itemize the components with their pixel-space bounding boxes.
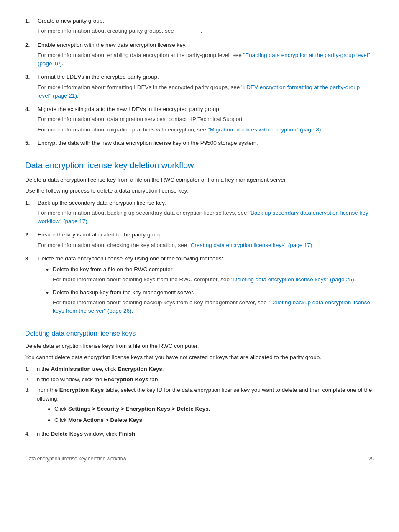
section1-main-1: Back up the secondary data encryption li… xyxy=(38,199,374,207)
bold-finish: Finish xyxy=(119,431,136,437)
intro-main-1: Create a new parity group. xyxy=(38,17,374,25)
intro-num-4: 4. xyxy=(25,105,38,136)
intro-main-4: Migrate the existing data to the new LDE… xyxy=(38,105,374,113)
section1-bullet-1-main: Delete the key from a file on the RWC co… xyxy=(53,265,356,274)
bold-administration: Administration xyxy=(51,366,91,372)
section1-item-2: 2. Ensure the key is not allocated to th… xyxy=(25,231,374,251)
link-backup-workflow[interactable]: "Back up secondary data encryption licen… xyxy=(38,210,368,224)
link-deleting-keys[interactable]: "Deleting data encryption license keys" … xyxy=(231,276,354,283)
section1-num-1: 1. xyxy=(25,199,38,228)
section2-bullet-list: • Click Settings > Security > Encryption… xyxy=(35,405,374,426)
bold-encryption-keys-table: Encryption Keys xyxy=(59,387,104,393)
intro-item-1: 1. Create a new parity group. For more i… xyxy=(25,17,374,38)
section2-intro1: Delete data encryption license keys from… xyxy=(25,342,374,350)
section2-item-4: 4. In the Delete Keys window, click Fini… xyxy=(25,430,374,438)
section2-bullet-1-content: Click Settings > Security > Encryption K… xyxy=(54,405,210,413)
blank-placeholder xyxy=(175,27,200,36)
section1-bullet-2-main: Delete the backup key from the key manag… xyxy=(53,288,374,297)
intro-item-4: 4. Migrate the existing data to the new … xyxy=(25,105,374,136)
bold-delete-keys: Delete Keys xyxy=(51,431,83,437)
section2-item-3: 3. From the Encryption Keys table, selec… xyxy=(25,386,374,427)
intro-content-3: Format the LDEVs in the encrypted parity… xyxy=(38,73,374,102)
intro-main-3: Format the LDEVs in the encrypted parity… xyxy=(38,73,374,81)
intro-num-5: 5. xyxy=(25,139,38,149)
section2-content-2: In the top window, click the Encryption … xyxy=(35,375,159,384)
intro-note-3: For more information about formatting LD… xyxy=(38,83,374,100)
intro-item-2: 2. Enable encryption with the new data e… xyxy=(25,41,374,70)
section2-bullet-2: • Click More Actions > Delete Keys. xyxy=(48,416,374,426)
section1-content-1: Back up the secondary data encryption li… xyxy=(38,199,374,228)
section2-num-3: 3. xyxy=(25,386,35,427)
link-ldev-formatting[interactable]: "LDEV encryption formatting at the parit… xyxy=(38,84,360,99)
intro-content-5: Encrypt the data with the new data encry… xyxy=(38,139,374,149)
section1-content-2: Ensure the key is not allocated to the p… xyxy=(38,231,374,251)
bullet-dot-2: • xyxy=(46,288,53,298)
link-creating-keys[interactable]: "Creating data encryption license keys" … xyxy=(189,242,312,248)
section1-intro1: Delete a data encryption license key fro… xyxy=(25,176,374,184)
section2-bullet-2-content: Click More Actions > Delete Keys. xyxy=(54,416,144,424)
section2-content-3: From the Encryption Keys table, select t… xyxy=(35,386,374,427)
intro-list: 1. Create a new parity group. For more i… xyxy=(25,17,374,149)
section2-list: 1. In the Administration tree, click Enc… xyxy=(25,365,374,438)
bullet-dot-1: • xyxy=(46,265,53,275)
link-deleting-backup-keys[interactable]: "Deleting backup data encryption license… xyxy=(53,299,370,314)
section2-num-1: 1. xyxy=(25,365,35,373)
section1-content-3: Delete the data encryption license key u… xyxy=(38,254,374,320)
bold-more-actions: More Actions > Delete Keys xyxy=(68,417,142,423)
section1-intro2: Use the following process to delete a da… xyxy=(25,187,374,195)
section1-item-1: 1. Back up the secondary data encryption… xyxy=(25,199,374,228)
bullet-dot-s2-1: • xyxy=(48,405,54,414)
intro-content-2: Enable encryption with the new data encr… xyxy=(38,41,374,70)
section1-bullet-list: • Delete the key from a file on the RWC … xyxy=(38,265,374,317)
section2-heading: Deleting data encryption license keys xyxy=(25,329,374,339)
intro-item-3: 3. Format the LDEVs in the encrypted par… xyxy=(25,73,374,102)
section1-num-2: 2. xyxy=(25,231,38,251)
section2-intro2: You cannot delete data encryption licens… xyxy=(25,353,374,362)
intro-item-5: 5. Encrypt the data with the new data en… xyxy=(25,139,374,149)
section2-num-4: 4. xyxy=(25,430,35,438)
intro-note-4a: For more information about data migratio… xyxy=(38,115,374,123)
intro-num-2: 2. xyxy=(25,41,38,70)
page-footer: Data encryption license key deletion wor… xyxy=(25,455,374,463)
intro-content-1: Create a new parity group. For more info… xyxy=(38,17,374,38)
section1-num-3: 3. xyxy=(25,254,38,320)
intro-note-4b: For more information about migration pra… xyxy=(38,126,374,134)
section2-bullet-1: • Click Settings > Security > Encryption… xyxy=(48,405,374,414)
section2-num-2: 2. xyxy=(25,375,35,384)
section2-item-2: 2. In the top window, click the Encrypti… xyxy=(25,375,374,384)
intro-main-5: Encrypt the data with the new data encry… xyxy=(38,139,374,147)
bold-settings-security: Settings > Security > Encryption Keys > … xyxy=(68,406,209,412)
intro-main-2: Enable encryption with the new data encr… xyxy=(38,41,374,49)
intro-note-1: For more information about creating pari… xyxy=(38,27,374,36)
section1-bullet-1-note: For more information about deleting keys… xyxy=(53,275,356,284)
section1-heading: Data encryption license key deletion wor… xyxy=(25,159,374,172)
bold-encryption-keys-1: Encryption Keys xyxy=(118,366,162,372)
intro-note-2: For more information about enabling data… xyxy=(38,51,374,68)
section1-note-2: For more information about checking the … xyxy=(38,241,374,249)
section1-bullet-1-content: Delete the key from a file on the RWC co… xyxy=(53,265,356,286)
section1-bullet-2-content: Delete the backup key from the key manag… xyxy=(53,288,374,317)
section1-bullet-2-note: For more information about deleting back… xyxy=(53,298,374,316)
section1-list: 1. Back up the secondary data encryption… xyxy=(25,199,374,320)
footer-page-number: 25 xyxy=(368,455,374,463)
section2-content-1: In the Administration tree, click Encryp… xyxy=(35,365,164,373)
link-migration-practices[interactable]: "Migration practices with encryption" (p… xyxy=(208,126,321,133)
section1-main-3: Delete the data encryption license key u… xyxy=(38,254,374,263)
section1-bullet-1: • Delete the key from a file on the RWC … xyxy=(46,265,374,286)
intro-num-3: 3. xyxy=(25,73,38,102)
section2-content-4: In the Delete Keys window, click Finish. xyxy=(35,430,137,438)
link-enabling-encryption[interactable]: "Enabling data encryption at the parity-… xyxy=(38,52,370,67)
intro-content-4: Migrate the existing data to the new LDE… xyxy=(38,105,374,136)
footer-left: Data encryption license key deletion wor… xyxy=(25,455,368,463)
bullet-dot-s2-2: • xyxy=(48,416,54,426)
section1-bullet-2: • Delete the backup key from the key man… xyxy=(46,288,374,317)
section1-note-1: For more information about backing up se… xyxy=(38,209,374,226)
intro-num-1: 1. xyxy=(25,17,38,38)
section2-item-1: 1. In the Administration tree, click Enc… xyxy=(25,365,374,373)
bold-encryption-keys-tab: Encryption Keys xyxy=(104,376,148,383)
section1-main-2: Ensure the key is not allocated to the p… xyxy=(38,231,374,239)
section1-item-3: 3. Delete the data encryption license ke… xyxy=(25,254,374,320)
